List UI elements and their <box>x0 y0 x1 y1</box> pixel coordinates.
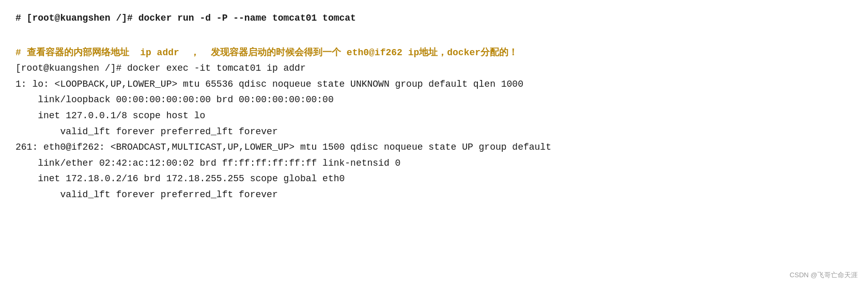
watermark: CSDN @飞哥亡命天涯 <box>789 271 858 280</box>
lo-interface-line: 1: lo: <LOOPBACK,UP,LOWER_UP> mtu 65536 … <box>16 76 853 92</box>
exec-command-line: [root@kuangshen /]# docker exec -it tomc… <box>16 60 853 76</box>
eth0-valid-line: valid_lft forever preferred_lft forever <box>16 187 853 203</box>
eth0-interface-line: 261: eth0@if262: <BROADCAST,MULTICAST,UP… <box>16 139 853 155</box>
comment-line: # 查看容器的内部网络地址 ip addr ， 发现容器启动的时候会得到一个 e… <box>16 45 853 61</box>
lo-inet-line: inet 127.0.0.1/8 scope host lo <box>16 108 853 124</box>
spacer-1 <box>16 26 853 36</box>
lo-link-line: link/loopback 00:00:00:00:00:00 brd 00:0… <box>16 92 853 108</box>
eth0-inet-line: inet 172.18.0.2/16 brd 172.18.255.255 sc… <box>16 171 853 187</box>
command-line-1: # [root@kuangshen /]# docker run -d -P -… <box>16 10 853 26</box>
terminal-container: # [root@kuangshen /]# docker run -d -P -… <box>0 0 868 286</box>
lo-valid-line: valid_lft forever preferred_lft forever <box>16 124 853 140</box>
eth0-link-line: link/ether 02:42:ac:12:00:02 brd ff:ff:f… <box>16 155 853 171</box>
spacer-2 <box>16 36 853 45</box>
